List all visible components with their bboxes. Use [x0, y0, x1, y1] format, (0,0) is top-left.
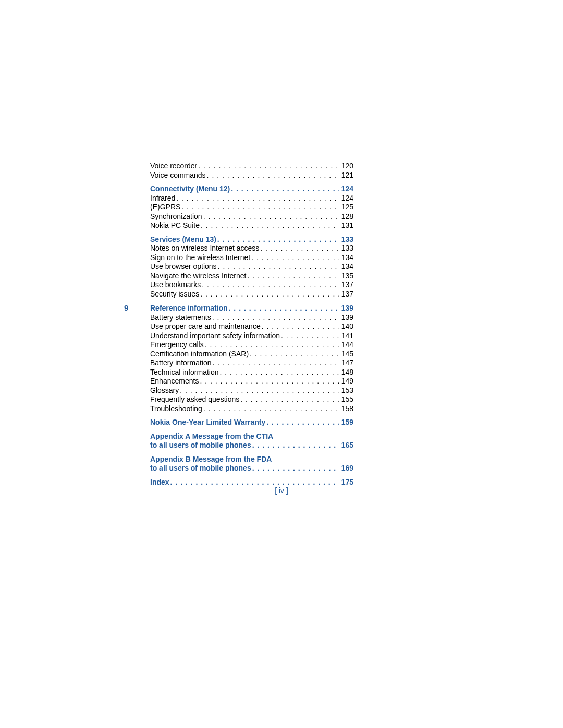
toc-section-entry: 9Reference information139 — [124, 303, 353, 313]
toc-entry-title: Battery statements — [150, 313, 211, 323]
toc-sub-entry: Security issues137 — [124, 290, 353, 299]
toc-entry-title: Enhancements — [150, 377, 199, 386]
toc-entry-title: Nokia PC Suite — [150, 221, 200, 230]
toc-sub-entry: Navigate the wireless Internet135 — [124, 272, 353, 281]
toc-dot-leaders — [202, 404, 339, 414]
toc-entry-title: Understand important safety information — [150, 331, 280, 341]
toc-entry-title: Security issues — [150, 290, 199, 299]
toc-dot-leaders — [211, 313, 339, 323]
toc-sub-entry: Certification information (SAR)145 — [124, 350, 353, 359]
toc-entry-title: Use bookmarks — [150, 280, 201, 290]
toc-section-entry: Appendix B Message from the FDA — [124, 455, 353, 464]
toc-sub-entry: Voice recorder120 — [124, 162, 353, 171]
toc-chapter-number: 9 — [124, 303, 150, 313]
toc-sub-entry: Use bookmarks137 — [124, 280, 353, 290]
toc-sub-entry: Sign on to the wireless Internet134 — [124, 253, 353, 263]
toc-entry-title: Navigate the wireless Internet — [150, 272, 246, 281]
toc-entry-title: Frequently asked questions — [150, 395, 239, 404]
toc-sub-entry: Infrared124 — [124, 194, 353, 203]
toc-dot-leaders — [217, 262, 339, 272]
toc-dot-leaders — [246, 272, 339, 281]
toc-entry-title: Reference information — [150, 304, 228, 313]
toc-sub-entry: Nokia PC Suite131 — [124, 221, 353, 230]
toc-sub-entry: Enhancements149 — [124, 377, 353, 386]
toc-dot-leaders — [199, 377, 339, 386]
toc-page-number: 155 — [339, 395, 353, 404]
toc-page-number: 120 — [339, 162, 353, 171]
page-footer: [ iv ] — [0, 486, 563, 495]
toc-section-entry: Nokia One-Year Limited Warranty159 — [124, 418, 353, 427]
toc-dot-leaders — [201, 280, 339, 290]
toc-dot-leaders — [251, 441, 339, 450]
toc-dot-leaders — [175, 194, 339, 203]
toc-entry-title: Battery information — [150, 359, 212, 368]
toc-sub-entry: Battery information147 — [124, 359, 353, 368]
toc-entry-title: Notes on wireless Internet access — [150, 244, 259, 253]
toc-entry-title: Troubleshooting — [150, 404, 202, 414]
toc-dot-leaders — [169, 478, 339, 487]
toc-dot-leaders — [259, 244, 339, 253]
toc-page-number: 134 — [339, 253, 353, 263]
toc-sub-entry: Emergency calls144 — [124, 340, 353, 350]
toc-page-number: 153 — [339, 386, 353, 396]
toc-section-continuation: to all users of mobile phones165 — [124, 441, 353, 450]
toc-page-number: 137 — [339, 280, 353, 290]
toc-dot-leaders — [265, 418, 339, 427]
toc-page-number: 137 — [339, 290, 353, 299]
toc-dot-leaders — [239, 395, 339, 404]
toc-page-number: 144 — [339, 340, 353, 350]
toc-page-number: 133 — [339, 244, 353, 253]
toc-page-number: 131 — [339, 221, 353, 230]
toc-page-number: 139 — [339, 313, 353, 323]
toc-dot-leaders — [199, 290, 339, 299]
toc-page-number: 165 — [339, 441, 353, 450]
toc-dot-leaders — [280, 331, 339, 341]
toc-dot-leaders — [261, 322, 339, 331]
toc-entry-title: Sign on to the wireless Internet — [150, 253, 250, 263]
toc-dot-leaders — [230, 184, 339, 194]
toc-entry-title: (E)GPRS — [150, 203, 180, 212]
toc-sub-entry: (E)GPRS125 — [124, 203, 353, 212]
toc-page-number: 128 — [339, 212, 353, 221]
toc-page-number: 145 — [339, 350, 353, 359]
toc-entry-title: Connectivity (Menu 12) — [150, 184, 230, 194]
toc-entry-title: to all users of mobile phones — [150, 464, 251, 473]
toc-sub-entry: Frequently asked questions155 — [124, 395, 353, 404]
toc-entry-title: Use browser options — [150, 262, 217, 272]
toc-section-entry: Services (Menu 13)133 — [124, 235, 353, 244]
toc-dot-leaders — [197, 162, 339, 171]
toc-entry-title: Voice commands — [150, 171, 206, 180]
toc-page-number: 175 — [339, 478, 353, 487]
toc-dot-leaders — [206, 171, 339, 180]
toc-sub-entry: Troubleshooting158 — [124, 404, 353, 414]
toc-dot-leaders — [200, 221, 339, 230]
toc-page-number: 149 — [339, 377, 353, 386]
toc-page-number: 159 — [339, 418, 353, 427]
toc-sub-entry: Understand important safety information1… — [124, 331, 353, 341]
toc-dot-leaders — [250, 253, 339, 263]
toc-page-number: 158 — [339, 404, 353, 414]
toc-sub-entry: Battery statements139 — [124, 313, 353, 323]
toc-page-number: 134 — [339, 262, 353, 272]
toc-section-entry: Appendix A Message from the CTIA — [124, 432, 353, 441]
toc-section-entry: Index175 — [124, 478, 353, 487]
toc-entry-title: Use proper care and maintenance — [150, 322, 261, 331]
toc-dot-leaders — [216, 235, 339, 244]
toc-entry-title: Technical information — [150, 368, 219, 377]
toc-dot-leaders — [251, 464, 339, 473]
toc-sub-entry: Use proper care and maintenance140 — [124, 322, 353, 331]
toc-entry-title: Nokia One-Year Limited Warranty — [150, 418, 265, 427]
toc-entry-title: Services (Menu 13) — [150, 235, 216, 244]
table-of-contents: Voice recorder120Voice commands121Connec… — [124, 162, 353, 487]
toc-page-number: 147 — [339, 359, 353, 368]
toc-page-number: 135 — [339, 272, 353, 281]
toc-page-number: 133 — [339, 235, 353, 244]
toc-entry-title: Glossary — [150, 386, 179, 396]
toc-sub-entry: Notes on wireless Internet access133 — [124, 244, 353, 253]
toc-sub-entry: Synchronization128 — [124, 212, 353, 221]
toc-entry-title: to all users of mobile phones — [150, 441, 251, 450]
toc-entry-title: Emergency calls — [150, 340, 204, 350]
toc-page-number: 139 — [339, 304, 353, 313]
toc-page-number: 169 — [339, 464, 353, 473]
toc-sub-entry: Technical information148 — [124, 368, 353, 377]
